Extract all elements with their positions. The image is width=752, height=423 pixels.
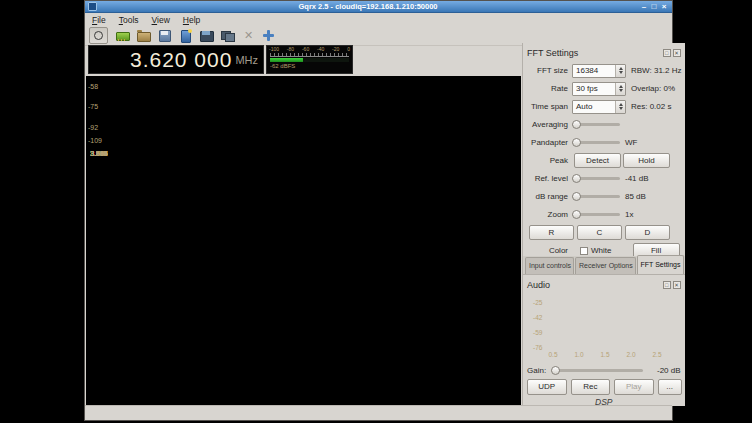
minimize-button[interactable]: – bbox=[639, 2, 649, 11]
audio-panel-title: Audio bbox=[527, 280, 661, 290]
meter-reading: -62 dBFS bbox=[267, 62, 352, 69]
menu-help[interactable]: Help bbox=[183, 15, 200, 26]
fft-settings-form: FFT size 16384 RBW: 31.2 Hz Rate 30 fps bbox=[523, 60, 685, 258]
tab-input-controls[interactable]: Input controls bbox=[525, 257, 574, 274]
fft-size-spinbox[interactable]: 16384 bbox=[572, 64, 626, 78]
gain-label: Gain: bbox=[527, 366, 551, 375]
white-checkbox[interactable] bbox=[580, 247, 588, 255]
gain-slider[interactable] bbox=[551, 365, 643, 376]
frequency-unit: MHz bbox=[235, 54, 258, 66]
close-panel-icon[interactable]: ✕ bbox=[673, 281, 681, 289]
db-range-slider[interactable] bbox=[572, 191, 620, 202]
menu-view[interactable]: View bbox=[152, 15, 170, 26]
tools-button[interactable]: ✕ bbox=[242, 29, 255, 42]
meter-scale: -100 -80 -60 -40 -20 0 bbox=[267, 46, 352, 52]
play-button[interactable]: Play bbox=[614, 379, 654, 395]
time-span-row: Time span Auto Res: 0.02 s bbox=[526, 99, 682, 114]
tools-icon: ✕ bbox=[244, 29, 253, 41]
rate-spinbox[interactable]: 30 fps bbox=[572, 82, 626, 96]
fft-size-row: FFT size 16384 RBW: 31.2 Hz bbox=[526, 63, 682, 78]
maximize-button[interactable]: □ bbox=[649, 2, 659, 11]
audio-canvas bbox=[529, 290, 666, 360]
zoom-row: Zoom 1x bbox=[526, 207, 682, 222]
float-panel-icon[interactable]: □ bbox=[663, 281, 671, 289]
close-button[interactable]: × bbox=[659, 2, 669, 11]
meter-fill bbox=[270, 58, 303, 62]
center-fft-button[interactable]: C bbox=[577, 225, 622, 240]
fft-panel-title: FFT Settings bbox=[527, 48, 661, 58]
reset-button[interactable]: R bbox=[529, 225, 574, 240]
menu-file[interactable]: File bbox=[92, 15, 106, 26]
audio-spectrum: -25 -42 -59 -76 0.5 1.0 1.5 2.0 2.5 bbox=[529, 290, 666, 360]
audio-panel: Audio □ ✕ -25 -42 -59 -76 0.5 1.0 1.5 2.… bbox=[523, 275, 685, 406]
averaging-row: Averaging bbox=[526, 117, 682, 132]
main-content: 3.620 000 MHz -100 -80 -60 -40 -20 0 bbox=[85, 43, 672, 406]
averaging-slider[interactable] bbox=[572, 119, 620, 130]
pandapter-split-slider[interactable] bbox=[572, 137, 620, 148]
bookmark-icon bbox=[181, 30, 191, 43]
spin-arrows-icon[interactable] bbox=[615, 65, 625, 77]
menubar: File Tools View Help bbox=[85, 13, 672, 26]
tab-receiver-options[interactable]: Receiver Options bbox=[575, 257, 635, 274]
spectrum-y-label: -75 bbox=[88, 103, 98, 111]
center-button[interactable] bbox=[263, 30, 276, 43]
waterfall-canvas[interactable] bbox=[86, 160, 521, 408]
signal-meter: -100 -80 -60 -40 -20 0 -62 dBFS bbox=[266, 45, 353, 74]
menu-tools[interactable]: Tools bbox=[119, 15, 139, 26]
db-range-value: 85 dB bbox=[620, 192, 646, 201]
rec-button[interactable]: Rec bbox=[571, 379, 611, 395]
settings-dock: FFT Settings □ ✕ FFT size 16384 RBW: 31.… bbox=[522, 43, 685, 406]
spectrum-canvas[interactable] bbox=[86, 76, 521, 148]
frequency-display[interactable]: 3.620 000 MHz bbox=[88, 45, 264, 74]
peak-detect-button[interactable]: Detect bbox=[574, 153, 621, 168]
open-button[interactable] bbox=[137, 29, 150, 42]
float-panel-icon[interactable]: □ bbox=[663, 49, 671, 57]
gain-value: -20 dB bbox=[657, 366, 681, 375]
save-button[interactable] bbox=[158, 29, 171, 42]
spectrum-y-label: -92 bbox=[88, 124, 98, 132]
pandapter: -58 -75 -92 -109 3.507 3.537 3.566 3.596… bbox=[86, 76, 521, 408]
frequency-row: 3.620 000 MHz -100 -80 -60 -40 -20 0 bbox=[85, 43, 522, 76]
dsp-display-button[interactable] bbox=[200, 29, 213, 42]
gain-row: Gain: -20 dB bbox=[527, 363, 681, 377]
zoom-slider[interactable] bbox=[572, 209, 620, 220]
time-span-spinbox[interactable]: Auto bbox=[572, 100, 626, 114]
rbw-value: RBW: 31.2 Hz bbox=[626, 66, 682, 75]
db-range-row: dB range 85 dB bbox=[526, 189, 682, 204]
save-icon bbox=[159, 30, 171, 42]
titlebar[interactable]: Gqrx 2.5 - cloudiq=192.168.1.210:50000 –… bbox=[85, 1, 672, 13]
windows-button[interactable] bbox=[221, 29, 234, 42]
tab-fft-settings[interactable]: FFT Settings bbox=[637, 255, 684, 274]
peak-hold-button[interactable]: Hold bbox=[623, 153, 670, 168]
res-value: Res: 0.02 s bbox=[626, 102, 671, 111]
open-folder-icon bbox=[137, 32, 151, 42]
io-devices-icon bbox=[116, 32, 130, 41]
close-panel-icon[interactable]: ✕ bbox=[673, 49, 681, 57]
spin-arrows-icon[interactable] bbox=[615, 83, 625, 95]
zoom-value: 1x bbox=[620, 210, 633, 219]
demod-button[interactable]: D bbox=[625, 225, 670, 240]
configure-io-button[interactable] bbox=[116, 29, 129, 42]
desktop-background: Gqrx 2.5 - cloudiq=192.168.1.210:50000 –… bbox=[0, 0, 752, 423]
peak-row: Peak Detect Hold bbox=[526, 153, 682, 168]
ref-level-slider[interactable] bbox=[572, 173, 620, 184]
audio-options-button[interactable]: ... bbox=[658, 379, 682, 395]
status-bar bbox=[85, 405, 672, 420]
meter-ticks bbox=[270, 53, 349, 57]
frequency-value[interactable]: 3.620 000 bbox=[130, 47, 232, 73]
udp-button[interactable]: UDP bbox=[527, 379, 567, 395]
receiver-area: 3.620 000 MHz -100 -80 -60 -40 -20 0 bbox=[85, 43, 522, 406]
window-title: Gqrx 2.5 - cloudiq=192.168.1.210:50000 bbox=[97, 2, 639, 12]
overlap-value: Overlap: 0% bbox=[626, 84, 675, 93]
meter-track bbox=[270, 58, 349, 62]
bookmarks-button[interactable] bbox=[179, 29, 192, 42]
rcd-row: R C D bbox=[526, 225, 682, 240]
power-icon bbox=[94, 31, 103, 40]
start-dsp-button[interactable] bbox=[89, 27, 108, 44]
dock-tabbar: Input controls Receiver Options FFT Sett… bbox=[523, 256, 685, 275]
frequency-axis: 3.507 3.537 3.566 3.596 3.626 3.655 3.68… bbox=[86, 148, 521, 160]
spin-arrows-icon[interactable] bbox=[615, 101, 625, 113]
audio-buttons: UDP Rec Play ... bbox=[527, 379, 682, 396]
ref-level-value: -41 dB bbox=[620, 174, 649, 183]
pandapter-row: Pandapter WF bbox=[526, 135, 682, 150]
